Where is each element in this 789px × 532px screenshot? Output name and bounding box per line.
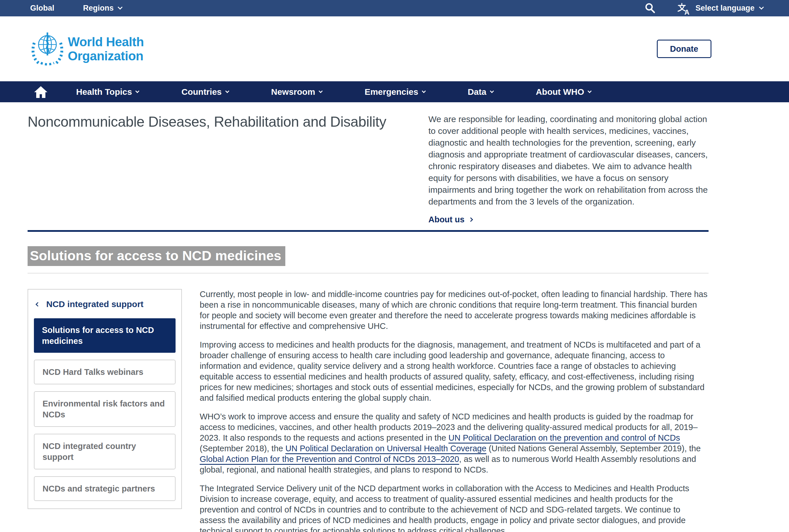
inline-link[interactable]: Global Action Plan for the Prevention an… — [200, 454, 459, 463]
about-us-link[interactable]: About us — [428, 215, 709, 224]
translate-icon: A — [676, 2, 690, 15]
regions-dropdown-label: Regions — [83, 4, 114, 13]
who-logo[interactable]: World Health Organization — [32, 31, 144, 67]
search-icon[interactable] — [644, 2, 656, 14]
nav-item-data[interactable]: Data — [468, 87, 493, 97]
regions-dropdown[interactable]: Regions — [83, 4, 122, 13]
who-logo-text: World Health Organization — [68, 35, 144, 63]
chevron-down-icon — [319, 89, 323, 93]
nav-item-health-topics[interactable]: Health Topics — [76, 87, 139, 97]
home-icon — [34, 85, 48, 98]
site-header: World Health Organization Donate — [0, 16, 789, 81]
article: Currently, most people in low- and middl… — [200, 289, 709, 532]
main-nav: Health Topics Countries Newsroom Emergen… — [0, 81, 789, 102]
svg-text:A: A — [684, 8, 689, 15]
divider-navy — [27, 230, 709, 232]
sidebar-item-integrated-country-support[interactable]: NCD integrated country support — [34, 434, 175, 469]
nav-item-about-who[interactable]: About WHO — [536, 87, 591, 97]
hero-intro-text: We are responsible for leading, coordina… — [428, 113, 709, 207]
language-selector[interactable]: A Select language — [676, 2, 763, 15]
inline-link[interactable]: UN Political Declaration on the preventi… — [449, 433, 680, 442]
chevron-down-icon — [225, 89, 229, 93]
chevron-down-icon — [422, 89, 426, 93]
inline-link[interactable]: UN Political Declaration on Universal He… — [285, 444, 486, 453]
chevron-down-icon — [490, 89, 494, 93]
hero-section: Noncommunicable Diseases, Rehabilitation… — [27, 102, 709, 224]
chevron-left-icon — [36, 302, 40, 306]
chevron-down-icon — [135, 89, 139, 93]
donate-button[interactable]: Donate — [657, 40, 711, 58]
sidebar-item-solutions-ncd-medicines[interactable]: Solutions for access to NCD medicines — [34, 318, 175, 353]
sidebar-item-strategic-partners[interactable]: NCDs and strategic partners — [34, 476, 175, 501]
article-paragraph: Currently, most people in low- and middl… — [200, 289, 708, 331]
chevron-right-icon — [468, 217, 473, 222]
home-nav-button[interactable] — [34, 85, 48, 98]
sidebar-nav: NCD integrated support Solutions for acc… — [27, 289, 182, 509]
divider-light — [27, 273, 709, 273]
sidebar-item-hard-talks-webinars[interactable]: NCD Hard Talks webinars — [34, 360, 175, 384]
chevron-down-icon — [117, 5, 123, 10]
chevron-down-icon — [587, 89, 591, 93]
nav-item-emergencies[interactable]: Emergencies — [364, 87, 425, 97]
sidebar-item-environmental-risk-factors[interactable]: Environmental risk factors and NCDs — [34, 391, 175, 427]
global-link[interactable]: Global — [30, 4, 54, 13]
section-title-highlighted: Solutions for access to NCD medicines — [27, 246, 285, 266]
who-emblem-icon — [32, 31, 63, 67]
page-title: Noncommunicable Diseases, Rehabilitation… — [27, 113, 387, 224]
chevron-down-icon — [759, 5, 764, 10]
nav-item-newsroom[interactable]: Newsroom — [271, 87, 322, 97]
article-paragraph: WHO’s work to improve access and ensure … — [200, 411, 708, 475]
article-paragraph: The Integrated Service Delivery unit of … — [200, 483, 708, 532]
language-selector-label: Select language — [695, 4, 754, 13]
sidebar-back-link[interactable]: NCD integrated support — [34, 297, 175, 311]
global-link-label: Global — [30, 4, 54, 13]
nav-item-countries[interactable]: Countries — [181, 87, 228, 97]
article-paragraph: Improving access to medicines and health… — [200, 340, 708, 403]
top-utility-bar: Global Regions A — [0, 0, 789, 16]
